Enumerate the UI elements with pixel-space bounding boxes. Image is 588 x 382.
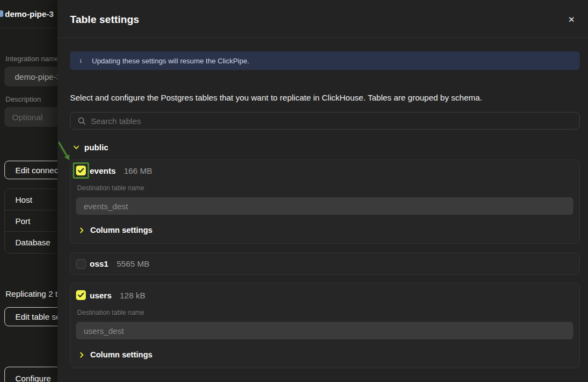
check-icon <box>78 168 84 173</box>
info-banner: i Updating these settings will resume th… <box>70 51 580 70</box>
users-checkbox[interactable] <box>76 290 86 300</box>
table-card-events: events 166 MB Destination table name Col… <box>70 160 580 244</box>
column-settings-toggle-users[interactable]: Column settings <box>76 350 574 359</box>
column-settings-label: Column settings <box>90 350 153 359</box>
destination-table-input-events[interactable] <box>76 197 573 215</box>
modal-description: Select and configure the Postgres tables… <box>70 92 580 103</box>
table-row: events 166 MB <box>76 166 574 175</box>
oss1-checkbox[interactable] <box>76 259 86 269</box>
search-icon <box>78 117 86 125</box>
destination-table-input-users[interactable] <box>76 322 573 339</box>
port-label: Port <box>15 216 31 226</box>
destination-table-label: Destination table name <box>77 185 574 191</box>
table-name: oss1 <box>90 259 108 268</box>
close-icon[interactable]: ✕ <box>568 15 575 24</box>
pipe-icon <box>0 10 3 17</box>
replicating-status: Replicating 2 t <box>5 289 57 298</box>
pipe-title: demo-pipe-3 <box>5 9 54 19</box>
table-size: 166 MB <box>124 166 153 175</box>
table-name: events <box>90 166 116 175</box>
modal-header: Table settings ✕ <box>57 0 588 38</box>
chevron-down-icon <box>73 145 79 150</box>
table-settings-modal: Table settings ✕ i Updating these settin… <box>57 0 588 382</box>
database-label: Database <box>15 238 50 247</box>
table-size: 128 kB <box>120 291 145 300</box>
host-label: Host <box>15 195 32 204</box>
chevron-right-icon <box>80 227 84 233</box>
modal-body: i Updating these settings will resume th… <box>57 38 588 368</box>
search-box <box>70 112 580 130</box>
schema-name: public <box>84 143 108 152</box>
column-settings-label: Column settings <box>90 226 153 234</box>
info-banner-text: Updating these settings will resume the … <box>92 57 249 65</box>
chevron-right-icon <box>80 352 84 358</box>
search-input[interactable] <box>91 116 579 126</box>
destination-table-label: Destination table name <box>77 309 574 316</box>
schema-group-public[interactable]: public <box>70 143 580 152</box>
events-checkbox[interactable] <box>76 166 86 175</box>
table-card-oss1: oss1 5565 MB <box>70 252 580 275</box>
table-row: oss1 5565 MB <box>76 259 149 269</box>
description-label: Description <box>5 95 41 103</box>
table-size: 5565 MB <box>117 259 149 268</box>
column-settings-toggle-events[interactable]: Column settings <box>76 226 574 234</box>
info-icon: i <box>80 57 82 64</box>
integration-name-label: Integration name <box>5 55 59 63</box>
table-row: users 128 kB <box>76 290 574 300</box>
check-icon <box>78 292 84 298</box>
topbar: demo-pipe-3 <box>0 0 57 28</box>
modal-title: Table settings <box>70 13 575 26</box>
table-card-users: users 128 kB Destination table name Colu… <box>70 283 580 368</box>
table-name: users <box>90 291 112 300</box>
